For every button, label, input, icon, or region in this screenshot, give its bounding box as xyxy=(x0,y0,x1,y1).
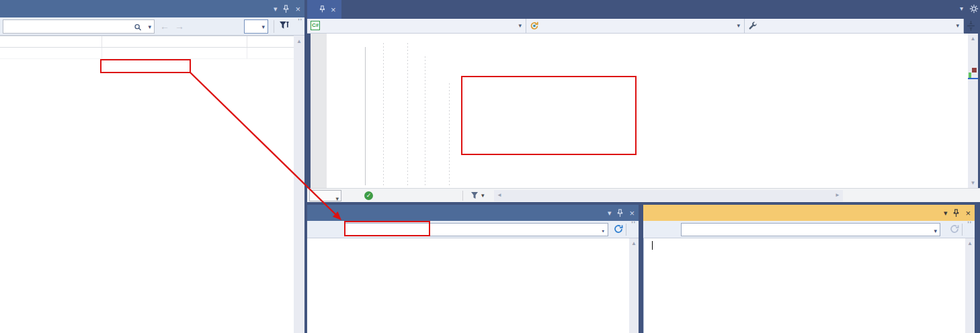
pin-icon[interactable] xyxy=(953,209,959,218)
watch-column-header[interactable] xyxy=(0,36,294,48)
toolbar-separator xyxy=(626,224,626,236)
memory1-address-input[interactable]: ▾ xyxy=(345,223,608,236)
status-separator xyxy=(462,191,463,201)
address-caret-icon[interactable]: ▾ xyxy=(934,225,937,237)
watch-panel: ▾ × ▾ ← → ▾ ’’ ▲ xyxy=(0,0,304,333)
memory2-titlebar[interactable]: ▾ × xyxy=(643,205,975,221)
project-caret-icon[interactable]: ▾ xyxy=(518,19,522,33)
type-select[interactable]: ▾ xyxy=(526,19,745,34)
search-depth-select[interactable]: ▾ xyxy=(244,19,268,34)
breakpoint-margin[interactable] xyxy=(311,34,327,188)
scroll-up-icon[interactable]: ▲ xyxy=(629,240,639,246)
search-dropdown-icon[interactable]: ▾ xyxy=(148,23,151,30)
window-position-icon[interactable]: ▾ xyxy=(944,209,948,217)
member-select[interactable]: ▾ xyxy=(745,19,964,34)
watch-filter-icon[interactable] xyxy=(279,21,289,31)
memory2-address-input[interactable]: ▾ xyxy=(681,223,940,236)
zoom-select[interactable]: ▾ xyxy=(309,190,341,201)
toolbar-separator xyxy=(962,224,963,236)
outline-line xyxy=(365,47,366,185)
watch-titlebar[interactable]: ▾ × xyxy=(0,0,304,17)
csharp-project-icon: C# xyxy=(311,21,320,30)
scroll-up-icon[interactable]: ▲ xyxy=(968,36,978,42)
caret-marker xyxy=(968,78,978,79)
editor-status-bar: ▾ ✓ ▾ ◄ ► xyxy=(307,188,980,202)
watch-search-box[interactable]: ▾ xyxy=(3,19,155,34)
search-depth-caret-icon[interactable]: ▾ xyxy=(261,23,265,30)
close-icon[interactable]: × xyxy=(295,5,300,13)
editor-hscrollbar[interactable]: ◄ ► xyxy=(494,190,843,201)
toolbar-separator xyxy=(274,20,274,33)
scroll-up-icon[interactable]: ▲ xyxy=(965,240,975,246)
scroll-up-icon[interactable]: ▲ xyxy=(294,38,304,44)
forward-icon[interactable]: → xyxy=(175,21,184,32)
editor-vscrollbar[interactable]: ▲ ▼ xyxy=(968,34,978,188)
memory1-toolbar: ▾ ’’ xyxy=(307,221,639,238)
memory2-scrollbar[interactable]: ▲ xyxy=(965,238,975,333)
scroll-right-icon[interactable]: ► xyxy=(835,192,840,198)
tab-close-icon[interactable]: × xyxy=(331,5,336,15)
column-header-value[interactable] xyxy=(102,36,247,47)
scroll-down-icon[interactable]: ▼ xyxy=(968,180,978,186)
memory1-titlebar[interactable]: ▾ × xyxy=(307,205,639,221)
class-icon xyxy=(530,21,539,31)
add-item-row[interactable] xyxy=(0,48,294,59)
type-caret-icon[interactable]: ▾ xyxy=(737,19,740,33)
overflow-icon[interactable]: ’’ xyxy=(631,220,636,228)
filter-icon[interactable] xyxy=(471,191,479,199)
scroll-left-icon[interactable]: ◄ xyxy=(497,192,502,198)
breakpoint-marker xyxy=(972,68,977,73)
tab-pin-icon[interactable] xyxy=(319,5,325,13)
memory2-content[interactable] xyxy=(643,238,965,333)
memory2-panel: ▾ × ▾ ’’ ▲ xyxy=(643,205,975,333)
editor-tab[interactable]: × xyxy=(307,0,341,19)
refresh-icon-disabled xyxy=(950,224,959,234)
watch-toolbar: ▾ ← → ▾ ’’ xyxy=(0,17,304,36)
memory1-scrollbar[interactable]: ▲ xyxy=(629,238,639,333)
column-header-type[interactable] xyxy=(247,36,294,47)
address-caret-icon[interactable]: ▾ xyxy=(602,225,605,237)
document-well-dropdown-icon[interactable]: ▾ xyxy=(960,5,963,12)
column-header-name[interactable] xyxy=(0,36,102,47)
code-editor[interactable] xyxy=(311,34,968,188)
overflow-icon[interactable]: ’’ xyxy=(298,17,302,26)
overflow-icon[interactable]: ’’ xyxy=(967,220,972,228)
zoom-caret-icon[interactable]: ▾ xyxy=(335,192,339,205)
refresh-icon[interactable] xyxy=(614,224,623,234)
no-issues-icon: ✓ xyxy=(364,191,373,200)
watch-scrollbar[interactable]: ▲ xyxy=(294,36,304,333)
memory1-content[interactable] xyxy=(307,238,629,333)
close-icon[interactable]: × xyxy=(965,209,971,218)
window-position-icon[interactable]: ▾ xyxy=(608,209,612,217)
project-select[interactable]: C# ▾ xyxy=(307,19,526,34)
memory2-toolbar: ▾ ’’ xyxy=(643,221,975,238)
memory1-panel: ▾ × ▾ ’’ ▲ xyxy=(307,205,639,333)
gear-icon[interactable] xyxy=(969,4,979,13)
text-cursor xyxy=(652,241,653,250)
pin-icon[interactable] xyxy=(617,209,623,218)
back-icon[interactable]: ← xyxy=(160,21,169,32)
split-editor-icon[interactable] xyxy=(967,20,975,32)
filter-caret-icon[interactable]: ▾ xyxy=(481,189,485,202)
member-caret-icon[interactable]: ▾ xyxy=(956,19,959,33)
window-position-icon[interactable]: ▾ xyxy=(274,5,278,13)
search-icon[interactable] xyxy=(134,23,142,32)
pin-icon[interactable] xyxy=(283,5,289,13)
close-icon[interactable]: × xyxy=(629,209,635,218)
property-icon xyxy=(748,21,758,31)
